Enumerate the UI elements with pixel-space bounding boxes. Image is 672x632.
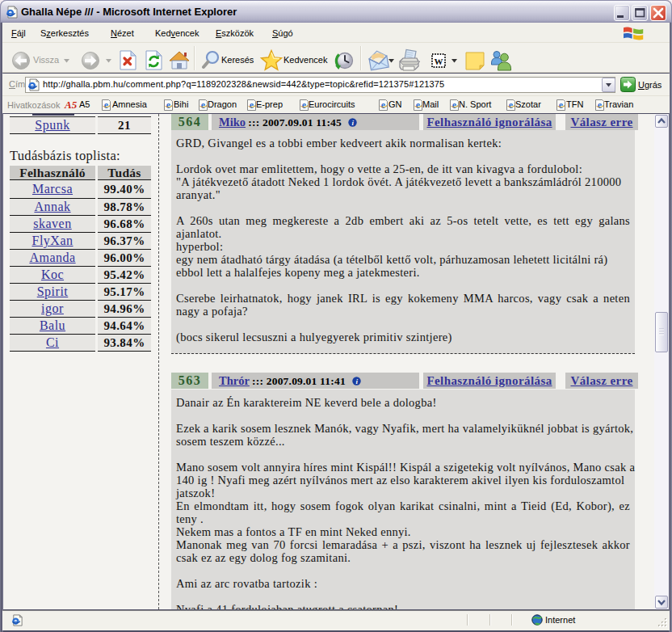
svg-text:e: e [104,99,109,111]
svg-text:e: e [509,99,514,111]
svg-text:e: e [250,99,254,111]
svg-text:e: e [166,99,171,111]
svg-text:e: e [381,99,386,111]
svg-text:e: e [452,99,457,111]
svg-text:e: e [416,99,421,111]
svg-text:W: W [435,57,443,66]
svg-text:e: e [201,99,206,111]
svg-text:e: e [302,99,307,111]
svg-text:e: e [598,99,603,111]
svg-text:e: e [559,99,564,111]
